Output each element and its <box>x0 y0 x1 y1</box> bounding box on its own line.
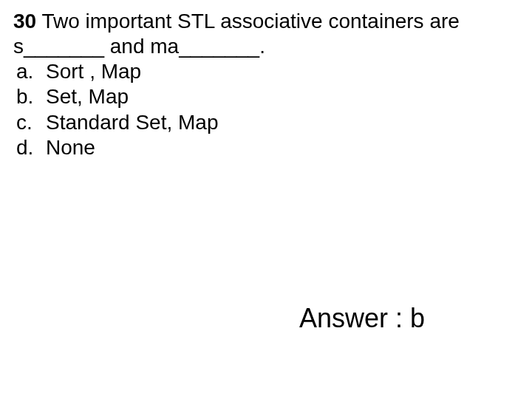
slide: 30 Two important STL associative contain… <box>0 0 532 399</box>
option-label-d: d. <box>16 135 46 160</box>
option-text-b: Set, Map <box>46 84 129 109</box>
option-label-b: b. <box>16 84 46 109</box>
list-item: a. Sort , Map <box>13 59 519 84</box>
list-item: c. Standard Set, Map <box>13 110 519 135</box>
question-block: 30 Two important STL associative contain… <box>13 9 519 160</box>
answer-text: Answer : b <box>299 303 425 333</box>
option-text-a: Sort , Map <box>46 59 141 84</box>
option-text-d: None <box>46 135 95 160</box>
answer-block: Answer : b <box>0 303 532 334</box>
question-number: 30 <box>13 10 36 33</box>
question-text-line1: Two important STL associative containers… <box>36 10 460 33</box>
option-label-c: c. <box>16 110 46 135</box>
question-line-2: s_______ and ma_______. <box>13 34 519 59</box>
option-label-a: a. <box>16 59 46 84</box>
options-list: a. Sort , Map b. Set, Map c. Standard Se… <box>13 59 519 160</box>
question-line-1: 30 Two important STL associative contain… <box>13 9 519 34</box>
list-item: b. Set, Map <box>13 84 519 109</box>
option-text-c: Standard Set, Map <box>46 110 218 135</box>
list-item: d. None <box>13 135 519 160</box>
